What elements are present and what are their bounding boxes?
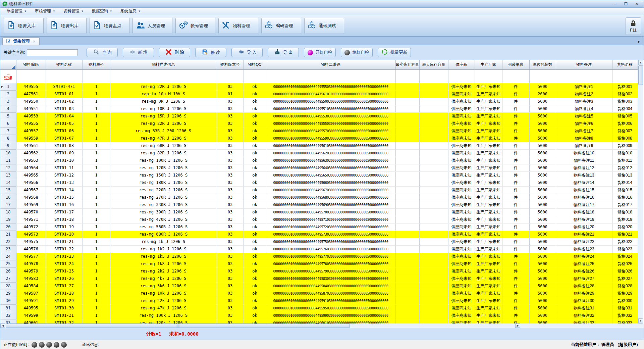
menu-item-1[interactable]: 单据管理▼	[3, 8, 30, 15]
cell-pack[interactable]: 5000	[529, 304, 556, 312]
cell-min[interactable]	[395, 282, 419, 290]
cell-min[interactable]	[395, 142, 419, 149]
cell-maker[interactable]: 生产厂家未知	[475, 253, 502, 260]
cell-unit[interactable]: 件	[502, 201, 529, 208]
table-row[interactable]: 32449599SMT01-311res-mg 100k J 1206 S03o…	[0, 312, 638, 319]
cell-supplier[interactable]: 供应商未知	[448, 223, 475, 231]
column-header-13[interactable]: 单位包装数	[529, 60, 556, 69]
cell-price[interactable]: 1	[83, 171, 110, 179]
action-button-5[interactable]: 导 入	[231, 48, 263, 57]
column-header-10[interactable]: 供应商	[448, 60, 475, 69]
cell-max[interactable]	[419, 297, 448, 304]
cell-max[interactable]	[419, 260, 448, 267]
column-header-11[interactable]: 生产厂家	[475, 60, 502, 69]
table-row[interactable]: 7449557SMT01-061res-mg 33R J 200 1206 S0…	[0, 127, 638, 135]
cell-min[interactable]	[395, 171, 419, 179]
cell-code[interactable]: 449584	[16, 282, 46, 290]
cell-unit[interactable]: 件	[502, 149, 529, 157]
cell-min[interactable]	[395, 223, 419, 231]
cell-code[interactable]: 449578	[16, 260, 46, 267]
cell-ver[interactable]: 03	[217, 208, 244, 216]
cell-desc[interactable]: res-mg 22k J 1206 S	[110, 297, 217, 304]
cell-qr[interactable]: 0000000001000000000000449579030000000000…	[266, 267, 395, 275]
cell-name[interactable]: SMT01-24	[46, 260, 83, 267]
cell-shelf[interactable]: 货格009	[612, 142, 638, 149]
cell-min[interactable]	[395, 120, 419, 127]
row-number[interactable]: 27	[0, 275, 16, 282]
cell-price[interactable]: 1	[83, 83, 110, 90]
row-number[interactable]: 17	[0, 201, 16, 208]
cell-maker[interactable]: 生产厂家未知	[475, 164, 502, 171]
cell-desc[interactable]: res-mg 560R J 1206 S	[110, 223, 217, 231]
cell-desc[interactable]: res-mg 120k J 1206 S	[110, 319, 217, 323]
cell-name[interactable]: SMT01-17	[46, 208, 83, 216]
cell-desc[interactable]: res-mg 22R J 1206 S	[110, 120, 217, 127]
cell-shelf[interactable]: 货格031	[612, 304, 638, 312]
cell-note[interactable]: 物料备注25	[556, 260, 612, 267]
cell-qr[interactable]: 0000000001000000000000449567030000000000…	[266, 186, 395, 194]
cell-pack[interactable]: 5000	[529, 290, 556, 297]
cell-qc[interactable]: ok	[244, 260, 266, 267]
column-header-9[interactable]: 最大库存容量	[419, 60, 448, 69]
cell-name[interactable]: SMT01-09	[46, 149, 83, 157]
cell-unit[interactable]: 件	[502, 157, 529, 164]
cell-desc[interactable]: res-mg 1k2 J 1206 S	[110, 245, 217, 253]
cell-name[interactable]: SMT01-02	[46, 98, 83, 105]
cell-name[interactable]: SMT01-06	[46, 127, 83, 135]
filter-cell-10[interactable]	[448, 69, 475, 83]
cell-shelf[interactable]: 货格030	[612, 297, 638, 304]
tab-shelf-management[interactable]: 货格管理 ×	[2, 37, 40, 45]
cell-price[interactable]: 1	[83, 319, 110, 323]
cell-price[interactable]: 1	[83, 164, 110, 171]
cell-name[interactable]: SMT01-31	[46, 312, 83, 319]
table-row[interactable]: 25449578SMT01-241res-mg 1k8 J 1206 S03ok…	[0, 260, 638, 267]
cell-maker[interactable]: 生产厂家未知	[475, 105, 502, 112]
filter-cell-13[interactable]	[529, 69, 556, 83]
cell-price[interactable]: 1	[83, 304, 110, 312]
cell-min[interactable]	[395, 157, 419, 164]
tab-close-icon[interactable]: ×	[32, 39, 36, 44]
cell-name[interactable]: SMT01-08	[46, 142, 83, 149]
cell-note[interactable]: 物料备注32	[556, 312, 612, 319]
cell-ver[interactable]: 03	[217, 304, 244, 312]
column-header-14[interactable]: 物料备注	[556, 60, 612, 69]
cell-shelf[interactable]: 货格003	[612, 98, 638, 105]
cell-note[interactable]: 物料备注7	[556, 127, 612, 135]
cell-max[interactable]	[419, 312, 448, 319]
cell-unit[interactable]: 件	[502, 216, 529, 223]
cell-max[interactable]	[419, 164, 448, 171]
cell-qc[interactable]: ok	[244, 238, 266, 245]
cell-qr[interactable]: 0000000001000000000000449550030000000000…	[266, 98, 395, 105]
cell-code[interactable]: 449579	[16, 267, 46, 275]
table-row[interactable]: 29449587SMT01-281res-mg 10k J 1206 S03ok…	[0, 290, 638, 297]
cell-qr[interactable]: 0000000001000000000000449577030000000000…	[266, 253, 395, 260]
cell-unit[interactable]: 件	[502, 245, 529, 253]
cell-ver[interactable]: 03	[217, 105, 244, 112]
cell-supplier[interactable]: 供应商未知	[448, 290, 475, 297]
cell-price[interactable]: 1	[83, 149, 110, 157]
cell-max[interactable]	[419, 267, 448, 275]
cell-shelf[interactable]: 货格016	[612, 194, 638, 201]
cell-shelf[interactable]: 货格024	[612, 253, 638, 260]
cell-price[interactable]: 1	[83, 245, 110, 253]
cell-pack[interactable]: 5000	[529, 194, 556, 201]
menu-item-2[interactable]: 审核管理▼	[32, 8, 59, 15]
row-number[interactable]: 28	[0, 282, 16, 290]
cell-max[interactable]	[419, 157, 448, 164]
filter-cell-12[interactable]	[502, 69, 529, 83]
cell-unit[interactable]: 件	[502, 282, 529, 290]
cell-pack[interactable]: 5000	[529, 282, 556, 290]
cell-max[interactable]	[419, 319, 448, 323]
cell-shelf[interactable]: 货格007	[612, 127, 638, 135]
cell-ver[interactable]: 03	[217, 171, 244, 179]
cell-code[interactable]: 449561	[16, 142, 46, 149]
cell-min[interactable]	[395, 135, 419, 142]
cell-shelf[interactable]: 货格010	[612, 149, 638, 157]
cell-ver[interactable]: 03	[217, 290, 244, 297]
cell-supplier[interactable]: 供应商未知	[448, 90, 475, 98]
scroll-left-icon[interactable]: ◀	[0, 323, 5, 328]
cell-note[interactable]: 物料备注19	[556, 216, 612, 223]
cell-min[interactable]	[395, 90, 419, 98]
cell-pack[interactable]: 5000	[529, 297, 556, 304]
cell-name[interactable]: SMT01-19	[46, 223, 83, 231]
